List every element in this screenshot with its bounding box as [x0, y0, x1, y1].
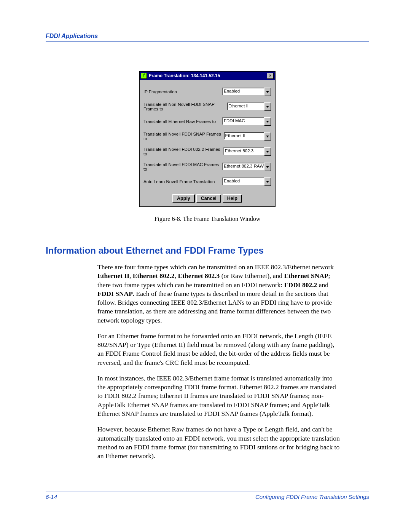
bold-text: Ethernet 802.3 [178, 272, 220, 280]
novell-mac-select[interactable]: Ethernet 802.3 RAW [222, 163, 271, 171]
paragraph: In most instances, the IEEE 802.3/Ethern… [97, 374, 341, 418]
option-row: Translate all Novell FDDI 802.2 Frames t… [143, 147, 271, 156]
non-novell-snap-select[interactable]: Ethernet II [227, 102, 271, 111]
option-label: Auto Learn Novell Frame Translation [143, 179, 215, 184]
apply-button[interactable]: Apply [172, 194, 195, 203]
running-header: FDDI Applications [46, 33, 369, 42]
option-row: Auto Learn Novell Frame Translation Enab… [143, 177, 271, 186]
option-row: IP Fragmentation Enabled [143, 88, 271, 96]
option-label: Translate all Novell FDDI 802.2 Frames t… [143, 147, 223, 156]
option-row: Translate all Novell FDDI SNAP Frames to… [143, 132, 271, 141]
figure-caption: Figure 6-8. The Frame Translation Window [46, 216, 369, 222]
section-heading: Information about Ethernet and FDDI Fram… [46, 245, 369, 256]
app-icon: f [141, 73, 147, 79]
auto-learn-select[interactable]: Enabled [222, 177, 271, 186]
bold-text: Ethernet II [97, 272, 129, 280]
bold-text: FDDI SNAP [97, 290, 133, 297]
chevron-down-icon [264, 102, 271, 111]
novell-snap-select[interactable]: Ethernet II [224, 132, 271, 141]
select-value: Ethernet 802.3 RAW [222, 163, 264, 170]
select-value: Ethernet 802.3 [223, 147, 264, 155]
option-label: Translate all Ethernet Raw Frames to [143, 119, 216, 124]
chevron-down-icon [264, 147, 271, 156]
option-row: Translate all Novell FDDI MAC Frames to … [143, 162, 271, 171]
cancel-button[interactable]: Cancel [196, 194, 221, 203]
document-page: FDDI Applications f Frame Translation: 1… [0, 0, 411, 532]
option-row: Translate all Ethernet Raw Frames to FDD… [143, 117, 271, 126]
option-row: Translate all Non-Novell FDDI SNAP Frame… [143, 102, 271, 111]
dialog-titlebar: f Frame Translation: 134.141.52.15 × [140, 72, 275, 80]
chevron-down-icon [264, 117, 271, 126]
select-value: Ethernet II [224, 132, 264, 140]
option-label: Translate all Novell FDDI SNAP Frames to [143, 132, 224, 141]
ethernet-raw-select[interactable]: FDDI MAC [222, 117, 271, 126]
text: . Each of these frame types is described… [97, 290, 332, 324]
novell-8022-select[interactable]: Ethernet 802.3 [223, 147, 271, 156]
bold-text: Ethernet 802.2 [133, 272, 175, 280]
dialog-title: Frame Translation: 134.141.52.15 [149, 73, 267, 78]
option-label: IP Fragmentation [143, 89, 177, 94]
text: and [317, 281, 328, 289]
paragraph: However, because Ethernet Raw frames do … [97, 425, 341, 460]
chevron-down-icon [264, 88, 271, 96]
text: , [129, 272, 133, 280]
dialog-button-row: Apply Cancel Help [143, 194, 271, 203]
chevron-down-icon [264, 163, 271, 171]
bold-text: Ethernet SNAP [284, 272, 328, 280]
paragraph: For an Ethernet frame format to be forwa… [97, 332, 341, 367]
text: There are four frame types which can be … [97, 263, 339, 271]
footer-section-title: Configuring FDDI Frame Translation Setti… [255, 494, 369, 500]
paragraph: There are four frame types which can be … [97, 263, 341, 325]
text: (or Raw Ethernet), and [220, 272, 284, 280]
option-label: Translate all Non-Novell FDDI SNAP Frame… [143, 102, 227, 111]
close-button[interactable]: × [267, 73, 274, 79]
figure-container: f Frame Translation: 134.141.52.15 × IP … [46, 71, 369, 207]
page-footer: 6-14 Configuring FDDI Frame Translation … [46, 492, 369, 500]
bold-text: FDDI 802.2 [284, 281, 317, 289]
ip-fragmentation-select[interactable]: Enabled [222, 88, 271, 96]
dialog-body: IP Fragmentation Enabled Translate all N… [140, 80, 275, 206]
help-button[interactable]: Help [223, 194, 242, 203]
body-text-column: There are four frame types which can be … [97, 263, 341, 460]
select-value: Enabled [222, 88, 264, 95]
chevron-down-icon [264, 132, 271, 141]
chevron-down-icon [264, 177, 271, 186]
frame-translation-dialog: f Frame Translation: 134.141.52.15 × IP … [139, 71, 276, 207]
option-label: Translate all Novell FDDI MAC Frames to [143, 162, 222, 171]
select-value: FDDI MAC [222, 117, 264, 125]
select-value: Ethernet II [227, 102, 264, 110]
page-number: 6-14 [46, 494, 57, 500]
select-value: Enabled [222, 177, 264, 185]
